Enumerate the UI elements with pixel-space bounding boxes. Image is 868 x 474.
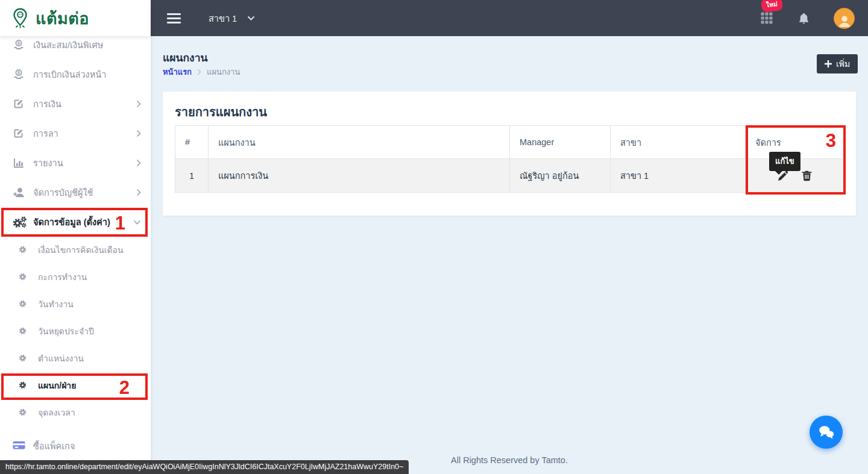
- cell-index: 1: [175, 159, 209, 193]
- sidebar-subitem-label: วันทำงาน: [38, 298, 74, 311]
- sidebar-item-label: จัดการข้อมูล (ตั้งค่า): [33, 215, 110, 229]
- table-header-row: # แผนกงาน Manager สาขา จัดการ: [175, 126, 844, 159]
- sidebar-item-finance[interactable]: การเงิน: [0, 89, 151, 119]
- sidebar-subitem-label: กะการทำงาน: [38, 270, 87, 284]
- sidebar-subitem-annual-holidays[interactable]: วันหยุดประจำปี: [0, 317, 151, 345]
- app-logo[interactable]: แต้มต่อ: [0, 0, 151, 36]
- chevron-right-icon: [136, 159, 141, 167]
- sidebar-item-label: การเงิน: [33, 97, 61, 111]
- sidebar-subitem-label: จุดลงเวลา: [38, 406, 75, 419]
- apps-grid-icon: [760, 11, 774, 25]
- gear-icon: [18, 272, 33, 281]
- sidebar-item-label: เงินสะสม/เงินพิเศษ: [33, 38, 103, 52]
- cell-department: แผนกการเงิน: [209, 159, 510, 193]
- breadcrumb: หน้าแรก แผนกงาน: [163, 66, 240, 78]
- sidebar-item-data-settings[interactable]: จัดการข้อมูล (ตั้งค่า): [0, 207, 151, 237]
- sidebar: $ เงินสะสม/เงินพิเศษ $ การเบิกเงินล่วงหน…: [0, 0, 151, 474]
- breadcrumb-separator-icon: [197, 69, 201, 75]
- user-silhouette-icon: [837, 13, 852, 28]
- gear-icon: [18, 245, 33, 254]
- sidebar-subitem-label: วันหยุดประจำปี: [38, 325, 94, 338]
- edit-document-icon: [12, 98, 28, 110]
- table-row: 1 แผนกการเงิน ณัฐริญา อยู่ก้อน สาขา 1: [175, 159, 844, 193]
- gear-icon: [18, 381, 33, 390]
- add-button-label: เพิ่ม: [836, 57, 850, 70]
- sidebar-item-label: จัดการบัญชีผู้ใช้: [33, 186, 93, 199]
- chevron-down-icon: [133, 220, 141, 225]
- sidebar-subitem-label: แผนก/ฝ่าย: [38, 379, 76, 392]
- topbar: สาขา 1 ใหม่: [151, 0, 868, 36]
- credit-card-icon: [12, 440, 28, 452]
- apps-grid-button[interactable]: ใหม่: [760, 11, 774, 25]
- gear-icon: [18, 408, 33, 417]
- topbar-right-icons: ใหม่: [760, 0, 855, 36]
- svg-text:$: $: [17, 40, 20, 46]
- branch-selector[interactable]: สาขา 1: [209, 11, 255, 25]
- gears-icon: [12, 216, 28, 229]
- user-avatar[interactable]: [834, 8, 855, 29]
- app-screen: $ เงินสะสม/เงินพิเศษ $ การเบิกเงินล่วงหน…: [0, 0, 868, 474]
- logo-text: แต้มต่อ: [36, 5, 89, 31]
- plus-icon: [825, 60, 832, 67]
- new-badge: ใหม่: [761, 0, 783, 13]
- notifications-button[interactable]: [797, 11, 811, 25]
- bar-chart-icon: [12, 157, 28, 169]
- chevron-down-icon: [247, 16, 255, 20]
- column-header-department: แผนกงาน: [209, 126, 510, 159]
- map-pin-logo-icon: [10, 7, 30, 30]
- money-advance-icon: $: [12, 68, 28, 81]
- sidebar-item-reports[interactable]: รายงาน: [0, 148, 151, 178]
- sidebar-item-advance-money[interactable]: $ การเบิกเงินล่วงหน้า: [0, 60, 151, 89]
- sidebar-subitem-work-days[interactable]: วันทำงาน: [0, 290, 151, 317]
- chat-widget-button[interactable]: [810, 416, 843, 449]
- bell-icon: [797, 11, 811, 25]
- sidebar-subitem-departments[interactable]: แผนก/ฝ่าย: [0, 372, 151, 399]
- delete-button[interactable]: [800, 169, 813, 182]
- sidebar-item-buy-package[interactable]: ซื้อแพ็คเกจ: [0, 431, 151, 461]
- sidebar-item-label: การเบิกเงินล่วงหน้า: [33, 67, 106, 81]
- add-button[interactable]: เพิ่ม: [817, 54, 858, 73]
- money-deposit-icon: $: [12, 39, 28, 52]
- edit-document-icon: [12, 127, 28, 140]
- link-preview-statusbar: https://hr.tamto.online/department/edit/…: [0, 460, 409, 474]
- cell-branch: สาขา 1: [611, 159, 746, 193]
- sidebar-subitem-label: ตำแหน่งงาน: [38, 352, 84, 365]
- column-header-index: #: [175, 126, 209, 159]
- card-title: รายการแผนกงาน: [175, 102, 267, 122]
- sidebar-item-label: การลา: [33, 126, 58, 140]
- page-title: แผนกงาน: [163, 49, 207, 66]
- trash-icon: [800, 169, 813, 182]
- gear-icon: [18, 299, 33, 308]
- sidebar-subitem-salary-conditions[interactable]: เงื่อนไขการคิดเงินเดือน: [0, 236, 151, 263]
- column-header-manager: Manager: [510, 126, 611, 159]
- breadcrumb-current: แผนกงาน: [207, 66, 240, 78]
- column-header-branch: สาขา: [611, 126, 746, 159]
- department-list-card: รายการแผนกงาน # แผนกงาน Manager สาขา จัด…: [163, 92, 856, 216]
- department-table: # แผนกงาน Manager สาขา จัดการ 1 แผนกการเ…: [175, 125, 844, 193]
- gear-icon: [18, 354, 33, 363]
- chevron-right-icon: [136, 100, 141, 108]
- edit-tooltip: แก้ไข: [769, 152, 800, 171]
- sidebar-item-user-accounts[interactable]: จัดการบัญชีผู้ใช้: [0, 178, 151, 207]
- gear-icon: [18, 326, 33, 335]
- branch-selector-label: สาขา 1: [209, 11, 237, 25]
- sidebar-item-label: รายงาน: [33, 156, 63, 170]
- sidebar-subitem-time-clock-points[interactable]: จุดลงเวลา: [0, 399, 151, 426]
- user-add-icon: [12, 186, 28, 199]
- breadcrumb-home-link[interactable]: หน้าแรก: [163, 66, 192, 78]
- chevron-right-icon: [136, 129, 141, 137]
- sidebar-subitem-label: เงื่อนไขการคิดเงินเดือน: [38, 243, 124, 257]
- sidebar-item-label: ซื้อแพ็คเกจ: [33, 439, 75, 453]
- chevron-right-icon: [136, 189, 141, 196]
- sidebar-subitem-positions[interactable]: ตำแหน่งงาน: [0, 345, 151, 372]
- hamburger-menu-icon[interactable]: [167, 11, 181, 26]
- cell-manager: ณัฐริญา อยู่ก้อน: [510, 159, 611, 193]
- chat-bubbles-icon: [817, 423, 835, 441]
- svg-text:$: $: [17, 70, 20, 75]
- sidebar-subitem-work-shifts[interactable]: กะการทำงาน: [0, 263, 151, 290]
- sidebar-item-leave[interactable]: การลา: [0, 119, 151, 148]
